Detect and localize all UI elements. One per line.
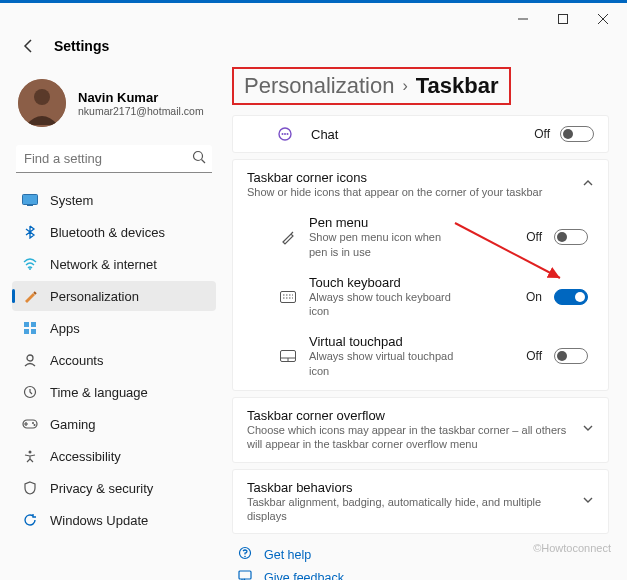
chevron-right-icon: › <box>402 77 407 95</box>
sidebar-item-label: Bluetooth & devices <box>50 225 165 240</box>
update-icon <box>22 512 38 528</box>
chevron-down-icon <box>582 494 594 509</box>
accessibility-icon <box>22 448 38 464</box>
sidebar-item-label: Accessibility <box>50 449 121 464</box>
sidebar-item-label: Apps <box>50 321 80 336</box>
sidebar-item-system[interactable]: System <box>12 185 216 215</box>
privacy-icon <box>22 480 38 496</box>
user-name: Navin Kumar <box>78 90 204 105</box>
item-desc: Show pen menu icon when pen is in use <box>309 230 459 259</box>
sidebar-item-gaming[interactable]: Gaming <box>12 409 216 439</box>
chat-row[interactable]: Chat Off <box>232 115 609 153</box>
back-button[interactable] <box>18 35 40 57</box>
virtual-touchpad-toggle[interactable] <box>554 348 588 364</box>
svg-point-23 <box>284 133 286 135</box>
svg-point-18 <box>32 422 34 424</box>
feedback-icon <box>238 569 254 580</box>
pen-menu-toggle[interactable] <box>554 229 588 245</box>
pen-icon <box>279 228 297 246</box>
section-title: Taskbar corner icons <box>247 170 572 185</box>
sidebar-item-label: Privacy & security <box>50 481 153 496</box>
sidebar-item-update[interactable]: Windows Update <box>12 505 216 535</box>
gaming-icon <box>22 416 38 432</box>
sidebar-item-label: Personalization <box>50 289 139 304</box>
item-title: Pen menu <box>309 215 459 230</box>
item-title: Virtual touchpad <box>309 334 459 349</box>
overflow-section[interactable]: Taskbar corner overflow Choose which ico… <box>232 397 609 463</box>
keyboard-icon <box>279 288 297 306</box>
watermark: ©Howtoconnect <box>533 542 611 554</box>
svg-point-20 <box>29 451 32 454</box>
svg-rect-33 <box>239 571 251 579</box>
touch-keyboard-toggle[interactable] <box>554 289 588 305</box>
svg-point-6 <box>194 152 203 161</box>
sidebar-item-personalization[interactable]: Personalization <box>12 281 216 311</box>
section-desc: Choose which icons may appear in the tas… <box>247 423 572 452</box>
corner-icons-section: Taskbar corner icons Show or hide icons … <box>232 159 609 391</box>
breadcrumb: Personalization › Taskbar <box>232 67 511 105</box>
search-box[interactable] <box>16 145 212 173</box>
section-title: Taskbar corner overflow <box>247 408 572 423</box>
chevron-down-icon <box>582 422 594 437</box>
svg-rect-9 <box>27 205 33 206</box>
breadcrumb-current: Taskbar <box>416 73 499 99</box>
item-desc: Always show touch keyboard icon <box>309 290 459 319</box>
sidebar-item-apps[interactable]: Apps <box>12 313 216 343</box>
svg-point-15 <box>27 355 33 361</box>
chevron-up-icon <box>582 177 594 192</box>
item-state: Off <box>526 230 542 244</box>
svg-rect-14 <box>31 329 36 334</box>
touchpad-icon <box>279 347 297 365</box>
sidebar-item-accessibility[interactable]: Accessibility <box>12 441 216 471</box>
svg-rect-13 <box>24 329 29 334</box>
chat-label: Chat <box>311 127 524 142</box>
chat-state: Off <box>534 127 550 141</box>
item-title: Touch keyboard <box>309 275 459 290</box>
help-icon <box>238 546 254 563</box>
item-desc: Always show virtual touchpad icon <box>309 349 459 378</box>
item-state: Off <box>526 349 542 363</box>
main-content: Personalization › Taskbar Chat Off Taskb… <box>224 63 627 580</box>
sidebar-item-privacy[interactable]: Privacy & security <box>12 473 216 503</box>
svg-point-5 <box>34 89 50 105</box>
sidebar-item-label: Windows Update <box>50 513 148 528</box>
svg-point-19 <box>34 424 36 426</box>
link-label: Give feedback <box>264 571 344 580</box>
sidebar-item-label: Time & language <box>50 385 148 400</box>
maximize-button[interactable] <box>543 5 583 33</box>
svg-rect-12 <box>31 322 36 327</box>
minimize-button[interactable] <box>503 5 543 33</box>
close-button[interactable] <box>583 5 623 33</box>
breadcrumb-parent[interactable]: Personalization <box>244 73 394 99</box>
sidebar-item-bluetooth[interactable]: Bluetooth & devices <box>12 217 216 247</box>
svg-rect-8 <box>23 195 38 205</box>
sidebar-item-label: Accounts <box>50 353 103 368</box>
svg-rect-25 <box>281 291 296 302</box>
svg-point-32 <box>244 556 246 558</box>
sidebar: Navin Kumar nkumar2171@hotmail.com Syste… <box>0 63 224 580</box>
app-title: Settings <box>54 38 109 54</box>
give-feedback-link[interactable]: Give feedback <box>238 569 603 580</box>
search-input[interactable] <box>24 151 192 166</box>
bluetooth-icon <box>22 224 38 240</box>
chat-toggle[interactable] <box>560 126 594 142</box>
svg-rect-11 <box>24 322 29 327</box>
system-icon <box>22 192 38 208</box>
user-email: nkumar2171@hotmail.com <box>78 105 204 117</box>
header: Settings <box>0 35 627 63</box>
svg-point-24 <box>287 133 289 135</box>
section-desc: Taskbar alignment, badging, automaticall… <box>247 495 572 524</box>
avatar <box>18 79 66 127</box>
behaviors-section[interactable]: Taskbar behaviors Taskbar alignment, bad… <box>232 469 609 535</box>
time-icon <box>22 384 38 400</box>
sidebar-item-network[interactable]: Network & internet <box>12 249 216 279</box>
sidebar-item-time[interactable]: Time & language <box>12 377 216 407</box>
link-label: Get help <box>264 548 311 562</box>
network-icon <box>22 256 38 272</box>
user-block[interactable]: Navin Kumar nkumar2171@hotmail.com <box>12 71 216 143</box>
titlebar <box>0 3 627 35</box>
corner-icons-header[interactable]: Taskbar corner icons Show or hide icons … <box>247 170 594 199</box>
personalization-icon <box>22 288 38 304</box>
sidebar-item-accounts[interactable]: Accounts <box>12 345 216 375</box>
accounts-icon <box>22 352 38 368</box>
